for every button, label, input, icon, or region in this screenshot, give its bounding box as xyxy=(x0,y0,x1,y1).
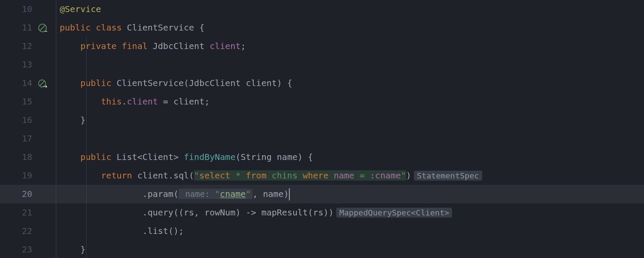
method-call: query xyxy=(148,207,173,218)
keyword: class xyxy=(96,22,122,33)
keyword: return xyxy=(101,170,132,181)
code-line[interactable]: } xyxy=(56,111,644,129)
sql-text: = xyxy=(359,170,370,181)
sql-keyword: from xyxy=(246,170,267,181)
line-number: 20 xyxy=(22,185,32,203)
var: name xyxy=(263,189,283,199)
paren: )) xyxy=(323,207,334,218)
code-line[interactable]: public ClientService(JdbcClient client) … xyxy=(56,74,644,92)
method-call: sql xyxy=(173,170,189,181)
method-call: mapResult xyxy=(261,207,308,218)
svg-line-1 xyxy=(40,25,45,31)
gutter-line: 23 xyxy=(0,240,56,258)
sql-text: * xyxy=(230,170,246,181)
line-number: 11 xyxy=(22,18,32,37)
code-editor[interactable]: 10 11 12 13 14 15 16 17 18 19 20 21 22 2… xyxy=(0,0,644,258)
gutter-line: 21 xyxy=(0,203,56,222)
sql-keyword: where xyxy=(303,170,328,181)
dot: . xyxy=(122,96,127,107)
gutter: 10 11 12 13 14 15 16 17 18 19 20 21 22 2… xyxy=(0,0,56,258)
gutter-line: 10 xyxy=(0,0,56,18)
type: JdbcClient xyxy=(153,41,204,51)
code-line[interactable]: .query((rs, rowNum) -> mapResult(rs))Map… xyxy=(56,203,644,222)
type: List xyxy=(116,152,137,162)
line-number: 13 xyxy=(22,55,32,74)
gutter-line: 20 xyxy=(0,185,56,203)
gt: > xyxy=(173,152,179,162)
line-number: 21 xyxy=(22,203,32,222)
paren: ( xyxy=(173,189,179,199)
sql-param: :cname xyxy=(370,170,401,181)
gutter-line: 22 xyxy=(0,222,56,240)
paren: ) { xyxy=(298,152,313,162)
line-number: 22 xyxy=(22,222,32,240)
keyword: public xyxy=(80,78,111,88)
gutter-line: 15 xyxy=(0,92,56,111)
paren: ) xyxy=(406,170,411,181)
var: client xyxy=(173,96,204,107)
gutter-line: 18 xyxy=(0,148,56,166)
paren: (( xyxy=(173,207,184,218)
code-line[interactable]: .list(); xyxy=(56,222,644,240)
var: rs xyxy=(313,207,323,218)
line-number: 18 xyxy=(22,148,32,166)
method-name: findByName xyxy=(184,152,235,162)
brace: } xyxy=(80,244,85,255)
sql-text: chins xyxy=(267,170,303,181)
code-line[interactable]: this.client = client; xyxy=(56,92,644,111)
svg-line-3 xyxy=(40,81,45,86)
dot: . xyxy=(168,170,173,181)
var: client xyxy=(137,170,168,181)
code-line[interactable] xyxy=(56,129,644,148)
comma: , xyxy=(194,207,204,218)
paren: ( xyxy=(235,152,240,162)
param: client xyxy=(246,78,277,88)
line-number: 19 xyxy=(22,166,32,185)
field: client xyxy=(127,96,158,107)
type: JdbcClient xyxy=(189,78,240,88)
code-line[interactable]: .param( name: "cname", name) xyxy=(56,185,644,203)
paren: ) xyxy=(284,189,289,199)
parens: (); xyxy=(168,226,184,236)
arrow: ) -> xyxy=(235,207,261,218)
paren: ( xyxy=(184,78,189,88)
string-quote: " xyxy=(246,189,251,199)
paren: ( xyxy=(189,170,194,181)
dot: . xyxy=(143,207,148,218)
type-hint[interactable]: MappedQuerySpec<Client> xyxy=(336,208,452,218)
code-line[interactable]: } xyxy=(56,240,644,258)
param: rs xyxy=(184,207,194,218)
no-entry-arrow-icon[interactable] xyxy=(38,79,47,88)
string-quote: " xyxy=(194,170,199,181)
code-line[interactable]: @Service xyxy=(56,0,644,18)
code-line[interactable] xyxy=(56,55,644,74)
keyword: private xyxy=(80,41,116,51)
gutter-line: 13 xyxy=(0,55,56,74)
keyword: final xyxy=(122,41,148,51)
gutter-line: 17 xyxy=(0,129,56,148)
line-number: 10 xyxy=(22,0,32,18)
text-cursor xyxy=(289,188,290,200)
gutter-line: 19 xyxy=(0,166,56,185)
code-line[interactable]: public class ClientService { xyxy=(56,18,644,37)
gutter-line: 14 xyxy=(0,74,56,92)
code-line[interactable]: public List<Client> findByName(String na… xyxy=(56,148,644,166)
semi: ; xyxy=(241,41,246,51)
code-area[interactable]: @Service public class ClientService { pr… xyxy=(56,0,644,258)
type: String xyxy=(241,152,272,162)
param: name xyxy=(277,152,298,162)
field: client xyxy=(210,41,240,51)
brace: { xyxy=(194,22,204,33)
type-hint[interactable]: StatementSpec xyxy=(414,171,482,181)
keyword: public xyxy=(60,22,91,33)
line-number: 17 xyxy=(22,129,32,148)
code-line[interactable]: private final JdbcClient client; xyxy=(56,37,644,55)
class-name: ClientService xyxy=(127,22,194,33)
dot: . xyxy=(143,189,148,199)
code-line[interactable]: return client.sql("select * from chins w… xyxy=(56,166,644,185)
gutter-line: 16 xyxy=(0,111,56,129)
type: Client xyxy=(143,152,173,162)
no-entry-icon[interactable] xyxy=(38,23,47,33)
line-number: 14 xyxy=(22,74,32,92)
string-quote: " xyxy=(215,189,220,199)
